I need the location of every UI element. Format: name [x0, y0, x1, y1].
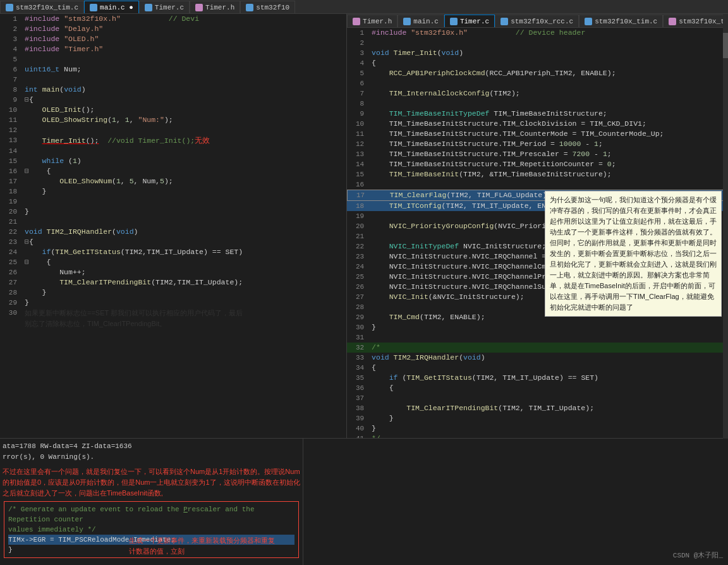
bottom-annotation-text: 不过在这里会有一个问题，就是我们复位一下，可以看到这个Num是从1开始计数的。按…	[3, 466, 300, 499]
code-line-7: 7	[0, 75, 346, 85]
code-line-20: 20 }	[0, 207, 346, 217]
code-line-11: 11 OLED_ShowString(1, 1, "Num:");	[0, 115, 346, 125]
r-line-40: 40 }	[347, 423, 728, 434]
c-file-icon	[500, 18, 508, 25]
code-line-26: 26 Num++;	[0, 267, 346, 277]
c-file-icon	[6, 4, 13, 11]
build-line-1: ata=1788 RW-data=4 ZI-data=1636	[3, 441, 300, 452]
r-line-30: 30 }	[347, 322, 728, 332]
code-line-10: 10 OLED_Init();	[0, 105, 346, 115]
code-line-13: 13 Timer_Init(); //void Timer_Init();无效	[0, 135, 346, 146]
left-editor-pane: 1 #include "stm32f10x.h" // Devi 2 #incl…	[0, 14, 347, 438]
r-line-1: 1 #include "stm32f10x.h" // Device heade…	[347, 28, 728, 38]
r-line-37: 37	[347, 393, 728, 403]
code-line-23: 23 ⊟{	[0, 237, 346, 247]
code-line-30a: 30 如果更新中断标志位==SET 那我们就可以执行相应的用户代码了，最后	[0, 308, 346, 319]
c-file-icon	[450, 18, 458, 25]
r-line-5: 5 RCC_APB1PeriphClockCmd(RCC_APB1Periph_…	[347, 68, 728, 78]
c-file-icon	[585, 18, 592, 25]
code-line-4: 4 #include "Timer.h"	[0, 44, 346, 54]
scrollbar-thumb[interactable]	[723, 33, 728, 58]
r-line-3: 3 void Timer_Init(void)	[347, 48, 728, 58]
code-line-21: 21	[0, 217, 346, 227]
r-line-41: 41 */	[347, 434, 728, 438]
tab-stm32f10x-tim-c-left[interactable]: stm32f10x_tim.c	[0, 1, 84, 13]
red-box-line-1: /* Generate an update event to reload th…	[8, 504, 294, 525]
r-line-6: 6	[347, 78, 728, 88]
editors-container: 1 #include "stm32f10x.h" // Devi 2 #incl…	[0, 14, 728, 439]
build-line-2: rror(s), 0 Warning(s).	[3, 452, 300, 463]
r-line-32: 32 /*	[347, 343, 728, 353]
r-line-11: 11 TIM_TimeBaseInitStructure.TIM_Counter…	[347, 129, 728, 139]
watermark: CSDN @木子阳_	[673, 550, 723, 560]
tab-stm32f10x-rcc-c[interactable]: stm32f10x_rcc.c	[495, 15, 579, 27]
scrollbar-track[interactable]	[723, 14, 728, 439]
tab-main-c-right[interactable]: main.c	[397, 15, 444, 27]
right-tab-bar: Timer.h main.c Timer.c stm32f10x_rcc.c s…	[347, 14, 728, 28]
code-line-27: 27 TIM_ClearITPendingBit(TIM2,TIM_IT_Upd…	[0, 277, 346, 288]
code-line-28: 28 }	[0, 288, 346, 298]
r-line-8: 8	[347, 99, 728, 109]
tab-timer-c-right[interactable]: Timer.c	[444, 15, 495, 27]
r-line-4: 4 {	[347, 58, 728, 68]
h-file-icon	[353, 18, 360, 25]
code-line-2: 2 #include "Delay.h"	[0, 24, 346, 34]
r-line-15: 15 TIM_TimeBaseInit(TIM2, &TIM_TimeBaseI…	[347, 169, 728, 179]
r-line-9: 9 TIM_TimeBaseInitTypeDef TIM_TimeBaseIn…	[347, 109, 728, 119]
r-line-13: 13 TIM_TimeBaseInitStructure.TIM_Prescal…	[347, 149, 728, 159]
code-line-5: 5	[0, 54, 346, 64]
h-file-icon	[669, 18, 676, 25]
c-file-icon	[145, 4, 152, 11]
tab-main-c-left[interactable]: main.c ●	[84, 1, 139, 13]
c-file-icon	[246, 4, 253, 11]
h-file-icon	[195, 4, 203, 11]
bottom-right-panel	[303, 439, 728, 565]
code-line-8: 8 int main(void)	[0, 85, 346, 95]
code-line-24: 24 if(TIM_GetITStatus(TIM2,TIM_IT_Update…	[0, 247, 346, 257]
tab-timer-h-left[interactable]: Timer.h	[190, 1, 240, 13]
r-line-16: 16	[347, 179, 728, 190]
r-line-2: 2	[347, 38, 728, 48]
bottom-left-panel: ata=1788 RW-data=4 ZI-data=1636 rror(s),…	[0, 439, 303, 565]
code-line-3: 3 #include "OLED.h"	[0, 34, 346, 44]
code-line-22: 22 void TIM2_IRQHandler(void)	[0, 227, 346, 237]
right-annotation-box: 为什么要加这一句呢，我们知道这个预分频器是有个缓冲寄存器的，我们写的值只有在更新…	[545, 191, 722, 317]
c-file-icon	[90, 4, 97, 11]
tab-stm32f10x-tim-c-right[interactable]: stm32f10x_tim.c	[579, 15, 663, 27]
tab-timer-h-right[interactable]: Timer.h	[347, 15, 397, 27]
r-line-39: 39 }	[347, 413, 728, 423]
tab-stm32f10x-tim-h-right[interactable]: stm32f10x_tim.h	[663, 15, 728, 27]
code-line-29: 29 }	[0, 298, 346, 308]
bottom-area: ata=1788 RW-data=4 ZI-data=1636 rror(s),…	[0, 439, 728, 565]
code-line-14: 14	[0, 146, 346, 156]
r-line-36: 36 {	[347, 383, 728, 393]
code-line-12: 12	[0, 125, 346, 135]
red-box-line-2: values immediately */	[8, 525, 294, 535]
r-line-10: 10 TIM_TimeBaseInitStructure.TIM_ClockDi…	[347, 119, 728, 129]
r-line-33: 33 void TIM2_IRQHandler(void)	[347, 353, 728, 363]
red-box-annotation: 生成一个更新事件，来重新装载预分频器和重复计数器的值，立刻	[129, 535, 300, 557]
code-line-16: 16 ⊟ {	[0, 166, 346, 176]
code-line-18: 18 }	[0, 186, 346, 197]
code-line-6: 6 uint16_t Num;	[0, 64, 346, 75]
code-line-30b: 别忘了清除标志位，TIM_ClearITPendingBit。	[0, 319, 346, 329]
r-line-12: 12 TIM_TimeBaseInitStructure.TIM_Period …	[347, 139, 728, 149]
code-line-9: 9 ⊟{	[0, 95, 346, 105]
code-line-17: 17 OLED_ShowNum(1, 5, Num,5);	[0, 176, 346, 186]
left-tab-bar: stm32f10x_tim.c main.c ● Timer.c Timer.h…	[0, 0, 728, 14]
left-code-area[interactable]: 1 #include "stm32f10x.h" // Devi 2 #incl…	[0, 14, 346, 424]
c-file-icon	[403, 18, 411, 25]
code-line-19: 19	[0, 197, 346, 207]
tab-timer-c-left[interactable]: Timer.c	[139, 1, 190, 13]
r-line-38: 38 TIM_ClearITPendingBit(TIM2, TIM_IT_Up…	[347, 403, 728, 413]
code-line-15: 15 while (1)	[0, 156, 346, 166]
build-info: ata=1788 RW-data=4 ZI-data=1636 rror(s),…	[3, 441, 300, 463]
code-line-1: 1 #include "stm32f10x.h" // Devi	[0, 14, 346, 24]
r-line-35: 35 if (TIM_GetITStatus(TIM2, TIM_IT_Upda…	[347, 373, 728, 383]
right-editor-pane: Timer.h main.c Timer.c stm32f10x_rcc.c s…	[347, 14, 728, 438]
tab-stm32f10-left[interactable]: stm32f10	[240, 1, 295, 13]
r-line-14: 14 TIM_TimeBaseInitStructure.TIM_Repetit…	[347, 159, 728, 169]
r-line-7: 7 TIM_InternalClockConfig(TIM2);	[347, 88, 728, 99]
r-line-31: 31	[347, 332, 728, 343]
r-line-34: 34 {	[347, 363, 728, 373]
